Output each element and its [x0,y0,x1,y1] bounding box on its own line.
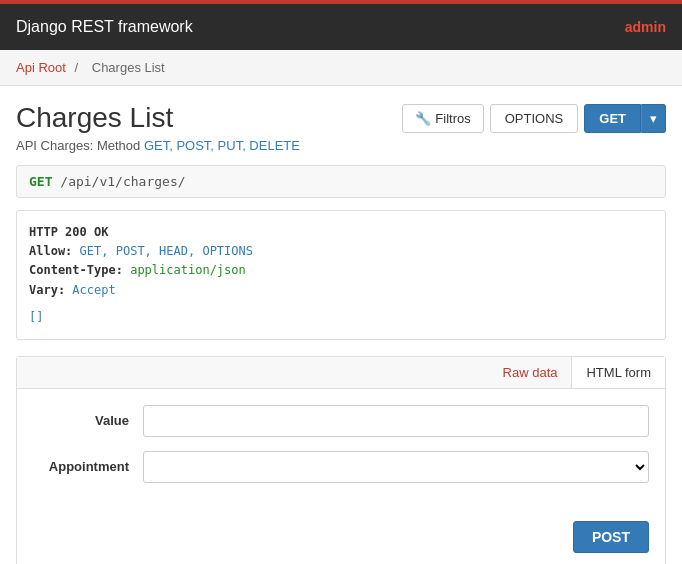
navbar-user: admin [625,19,666,35]
form-footer: POST [17,513,665,564]
navbar-user-name[interactable]: admin [625,19,666,35]
api-desc-prefix: API Charges: Method [16,138,144,153]
get-button[interactable]: GET [584,104,641,133]
value-input[interactable] [143,405,649,437]
appointment-select[interactable] [143,451,649,483]
response-content-type-value: application/json [130,263,246,277]
response-body: [] [29,308,653,327]
navbar-brand: Django REST framework [16,18,193,36]
response-vary-value: Accept [72,283,115,297]
response-status: HTTP 200 OK [29,223,653,242]
breadcrumb: Api Root / Charges List [0,50,682,86]
value-label: Value [33,413,143,428]
form-body: Value Appointment [17,389,665,513]
post-button[interactable]: POST [573,521,649,553]
navbar: Django REST framework admin [0,0,682,50]
tab-raw-data[interactable]: Raw data [489,357,572,388]
response-content-type: Content-Type: application/json [29,261,653,280]
breadcrumb-separator: / [75,60,79,75]
api-desc-methods: GET, POST, PUT, DELETE [144,138,300,153]
url-bar: GET /api/v1/charges/ [16,165,666,198]
breadcrumb-current: Charges List [92,60,165,75]
options-button[interactable]: OPTIONS [490,104,579,133]
filtros-button[interactable]: 🔧 Filtros [402,104,483,133]
page-header: Charges List 🔧 Filtros OPTIONS GET ▾ [16,102,666,134]
form-row-value: Value [33,405,649,437]
form-tabs: Raw data HTML form [17,357,665,389]
appointment-label: Appointment [33,459,143,474]
filtros-label: Filtros [435,111,470,126]
main-content: Charges List 🔧 Filtros OPTIONS GET ▾ API… [0,86,682,564]
header-actions: 🔧 Filtros OPTIONS GET ▾ [402,104,666,133]
form-section: Raw data HTML form Value Appointment POS… [16,356,666,564]
breadcrumb-root[interactable]: Api Root [16,60,66,75]
tab-html-form[interactable]: HTML form [571,357,665,388]
form-row-appointment: Appointment [33,451,649,483]
caret-icon: ▾ [650,111,657,126]
page-title: Charges List [16,102,173,134]
response-box: HTTP 200 OK Allow: GET, POST, HEAD, OPTI… [16,210,666,340]
get-dropdown-button[interactable]: ▾ [641,104,666,133]
filter-icon: 🔧 [415,111,431,126]
api-description: API Charges: Method GET, POST, PUT, DELE… [16,138,666,153]
http-method: GET [29,174,52,189]
response-allow-value: GET, POST, HEAD, OPTIONS [80,244,253,258]
api-url: /api/v1/charges/ [60,174,185,189]
response-allow: Allow: GET, POST, HEAD, OPTIONS [29,242,653,261]
get-button-group: GET ▾ [584,104,666,133]
response-vary: Vary: Accept [29,281,653,300]
